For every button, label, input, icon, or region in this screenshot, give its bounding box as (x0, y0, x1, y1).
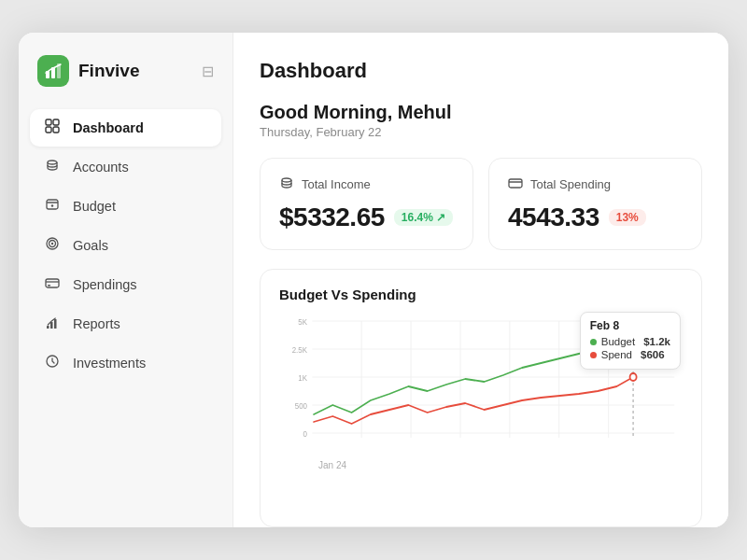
spend-dot (590, 352, 597, 358)
spending-card-label: Total Spending (508, 175, 683, 193)
svg-rect-20 (509, 179, 522, 188)
budget-icon (43, 197, 62, 216)
total-income-card: Total Income $5332.65 16.4% ↗ (260, 158, 473, 250)
chart-title: Budget Vs Spending (279, 287, 683, 302)
sidebar-item-label: Spendings (73, 277, 137, 292)
sidebar-item-label: Accounts (73, 160, 129, 175)
svg-rect-13 (46, 279, 59, 287)
svg-rect-15 (47, 326, 49, 329)
svg-text:5K: 5K (298, 317, 307, 328)
dashboard-icon (43, 119, 62, 137)
app-container: Finvive ⊟ Dashboard Accounts (19, 33, 728, 527)
tooltip-spend-label: Spend (601, 349, 632, 360)
greeting-section: Good Morning, Mehul Thursday, February 2… (260, 102, 702, 139)
sidebar-item-label: Dashboard (73, 120, 144, 135)
svg-rect-3 (46, 119, 51, 125)
chart-section: Budget Vs Spending 5K 2.5K 1K 500 0 (260, 269, 702, 527)
svg-rect-8 (47, 200, 58, 209)
main-header: Dashboard (260, 59, 702, 83)
tooltip-date: Feb 8 (590, 319, 670, 332)
sidebar-item-label: Budget (73, 199, 116, 214)
svg-text:1K: 1K (298, 373, 307, 384)
spending-badge: 13% (609, 209, 646, 226)
income-amount: $5332.65 (279, 203, 385, 232)
svg-rect-5 (46, 127, 51, 133)
spending-amount-row: 4543.33 13% (508, 203, 683, 232)
sidebar-logo: Finvive ⊟ (19, 55, 233, 109)
app-name: Finvive (78, 61, 139, 81)
sidebar: Finvive ⊟ Dashboard Accounts (19, 33, 233, 527)
svg-text:0: 0 (303, 429, 308, 440)
sidebar-item-budget[interactable]: Budget (30, 188, 221, 225)
svg-point-19 (282, 178, 291, 182)
cards-row: Total Income $5332.65 16.4% ↗ Total Spen… (260, 158, 702, 250)
sidebar-item-label: Investments (73, 356, 146, 371)
budget-dot (590, 339, 597, 345)
tooltip-budget-row: Budget $1.2k (590, 336, 670, 347)
greeting-date: Thursday, February 22 (260, 125, 702, 139)
sidebar-item-accounts[interactable]: Accounts (30, 148, 221, 186)
reports-icon (43, 315, 62, 333)
svg-rect-6 (53, 127, 59, 133)
income-label: Total Income (302, 177, 371, 191)
sidebar-item-label: Goals (73, 238, 108, 253)
spending-icon (508, 175, 523, 193)
tooltip-spend-value: $606 (641, 349, 665, 360)
spendings-icon (43, 275, 62, 294)
sidebar-nav: Dashboard Accounts Budget (19, 109, 233, 382)
investments-icon (43, 354, 62, 372)
main-content: Dashboard Good Morning, Mehul Thursday, … (233, 33, 728, 527)
chart-tooltip: Feb 8 Budget $1.2k Spend $606 (580, 312, 681, 370)
logo-icon (37, 55, 69, 87)
svg-rect-4 (53, 119, 59, 125)
total-spending-card: Total Spending 4543.33 13% (488, 158, 702, 250)
svg-rect-14 (48, 285, 50, 287)
tooltip-budget-label: Budget (601, 336, 635, 347)
svg-point-7 (48, 161, 57, 164)
sidebar-item-dashboard[interactable]: Dashboard (30, 109, 221, 147)
svg-rect-17 (54, 319, 57, 329)
svg-point-40 (630, 373, 637, 381)
spending-label: Total Spending (530, 177, 611, 191)
svg-text:500: 500 (295, 401, 307, 412)
sidebar-item-investments[interactable]: Investments (30, 344, 221, 382)
chart-wrapper: 5K 2.5K 1K 500 0 (279, 312, 683, 470)
sidebar-item-label: Reports (73, 316, 120, 331)
tooltip-budget-value: $1.2k (643, 336, 670, 347)
greeting-text: Good Morning, Mehul (260, 102, 702, 123)
income-icon (279, 175, 294, 193)
svg-rect-16 (50, 322, 53, 329)
sidebar-item-spendings[interactable]: Spendings (30, 266, 221, 303)
income-amount-row: $5332.65 16.4% ↗ (279, 203, 454, 232)
svg-point-12 (51, 243, 53, 245)
svg-text:2.5K: 2.5K (292, 345, 308, 356)
collapse-icon[interactable]: ⊟ (202, 63, 214, 80)
spending-amount: 4543.33 (508, 203, 599, 232)
income-badge: 16.4% ↗ (394, 209, 453, 226)
x-axis-label: Jan 24 (318, 460, 346, 470)
tooltip-spend-row: Spend $606 (590, 349, 670, 360)
sidebar-item-goals[interactable]: Goals (30, 227, 221, 264)
page-title: Dashboard (260, 59, 367, 83)
accounts-icon (43, 158, 62, 176)
sidebar-item-reports[interactable]: Reports (30, 305, 221, 343)
svg-point-9 (51, 204, 53, 206)
income-card-label: Total Income (279, 175, 454, 193)
goals-icon (43, 236, 62, 255)
